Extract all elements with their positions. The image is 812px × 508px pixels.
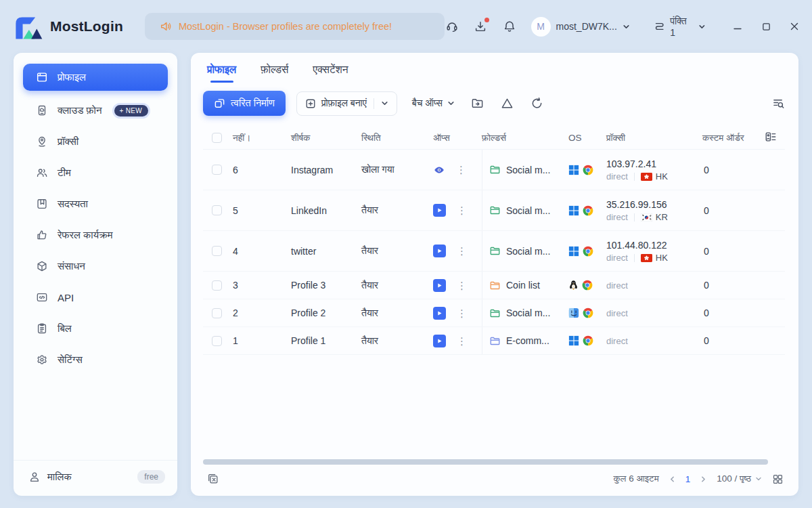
windows-os-icon — [568, 335, 579, 346]
sidebar-item-3[interactable]: टीम — [14, 157, 177, 188]
row-checkbox[interactable] — [212, 246, 222, 256]
proxy-divider — [634, 173, 635, 181]
proxy-type: direct — [606, 308, 628, 318]
plan-badge: free — [137, 470, 165, 484]
cell-folder[interactable]: Social m... — [482, 190, 568, 230]
sidebar-item-label: बिल — [58, 322, 72, 335]
table-row: 4twitterतैयार⋮Social m...101.44.80.122di… — [203, 231, 785, 272]
quick-create-button[interactable]: त्वरित निर्माण — [203, 91, 286, 116]
search-list-icon[interactable] — [771, 97, 785, 110]
more-options-icon[interactable]: ⋮ — [457, 205, 467, 215]
row-checkbox[interactable] — [212, 280, 222, 291]
column-header: प्रॉक्सी — [606, 133, 702, 144]
chevron-down-icon — [447, 100, 455, 107]
refresh-icon[interactable] — [531, 97, 544, 110]
sidebar-item-4[interactable]: सदस्यता — [14, 188, 177, 219]
announcement-banner[interactable]: MostLogin - Browser profiles are complet… — [145, 13, 445, 40]
cell-proxy: 35.216.99.156directKR — [606, 198, 702, 223]
more-options-icon[interactable]: ⋮ — [457, 246, 467, 256]
chevron-down-icon — [623, 23, 630, 30]
select-all-checkbox[interactable] — [212, 133, 222, 143]
folder-move-icon[interactable] — [471, 97, 484, 110]
more-options-icon[interactable]: ⋮ — [457, 336, 467, 346]
proxy-ip: 35.216.99.156 — [606, 198, 702, 211]
cell-custom-order: 0 — [702, 246, 765, 257]
chrome-icon — [583, 246, 593, 257]
cell-folder[interactable]: Coin list — [482, 272, 568, 299]
cell-status: तैयार — [361, 335, 433, 347]
cell-custom-order: 0 — [702, 308, 765, 318]
chevron-down-icon[interactable] — [381, 100, 388, 107]
sidebar-item-2[interactable]: प्रॉक्सी — [14, 126, 177, 157]
cell-folder[interactable]: Social m... — [482, 299, 568, 326]
sidebar-item-0[interactable]: प्रोफाइल — [23, 64, 168, 91]
cell-custom-order: 0 — [702, 165, 765, 175]
cell-proxy: direct — [606, 280, 702, 291]
sidebar-item-8[interactable]: बिल — [14, 313, 177, 344]
play-button[interactable] — [433, 204, 446, 217]
support-headset-icon[interactable] — [445, 19, 459, 34]
sidebar-item-9[interactable]: सेटिंग्स — [14, 344, 177, 375]
column-header: ऑप्स — [433, 133, 482, 144]
grid-view-icon[interactable] — [771, 473, 784, 485]
next-page-button[interactable] — [700, 475, 707, 483]
column-settings-cell[interactable] — [765, 131, 785, 144]
proxy-type: direct — [606, 253, 628, 263]
batch-ops-button[interactable]: बैच ऑप्स — [412, 98, 455, 109]
cell-no: 6 — [233, 165, 291, 175]
cell-proxy: direct — [606, 308, 702, 318]
chrome-icon — [583, 335, 593, 346]
download-icon[interactable] — [474, 19, 488, 34]
cell-folder[interactable]: Social m... — [482, 150, 568, 190]
cell-ops: ⋮ — [433, 245, 482, 257]
account-menu[interactable]: M most_DW7K... — [531, 17, 630, 37]
sidebar-footer[interactable]: मालिक free — [14, 460, 177, 488]
cell-folder[interactable]: E-comm... — [482, 327, 568, 354]
delete-triangle-icon[interactable] — [501, 97, 514, 110]
maximize-button[interactable] — [761, 21, 771, 32]
sidebar-item-5[interactable]: रेफरल कार्यक्रम — [14, 219, 177, 251]
sidebar-item-1[interactable]: क्लाउड फ़ोन+ NEW — [14, 95, 177, 126]
minimize-button[interactable] — [732, 21, 743, 32]
table-row: 2Profile 2तैयार⋮Social m...direct0 — [203, 299, 785, 327]
bell-icon[interactable] — [502, 19, 516, 34]
play-button[interactable] — [433, 335, 446, 347]
tab-1[interactable]: फ़ोल्डर्स — [261, 64, 288, 83]
windows-os-icon — [568, 165, 579, 175]
tab-2[interactable]: एक्सटेंशन — [313, 64, 348, 83]
row-checkbox[interactable] — [212, 165, 222, 175]
play-button[interactable] — [433, 307, 446, 320]
row-checkbox[interactable] — [212, 205, 222, 215]
chevron-down-icon — [755, 475, 762, 482]
cell-folder[interactable]: Social m... — [482, 231, 568, 271]
per-page-selector[interactable]: 100 / पृष्ठ — [717, 473, 762, 484]
sidebar-item-6[interactable]: संसाधन — [14, 251, 177, 282]
close-button[interactable] — [789, 21, 800, 32]
eye-icon[interactable] — [433, 164, 445, 176]
more-options-icon[interactable]: ⋮ — [457, 280, 467, 291]
row-checkbox[interactable] — [212, 308, 222, 318]
more-options-icon[interactable]: ⋮ — [456, 165, 466, 175]
prev-page-button[interactable] — [669, 475, 676, 483]
row-layout-selector[interactable]: पंक्ति 1 — [654, 16, 706, 38]
avatar: M — [531, 17, 551, 37]
cell-status: तैयार — [361, 280, 433, 291]
scrollbar-thumb[interactable] — [203, 459, 768, 465]
main-panel: प्रोफाइलफ़ोल्डर्सएक्सटेंशन त्वरित निर्मा… — [191, 53, 798, 496]
table-body: 6Instagramखोला गया⋮Social m...103.97.2.4… — [203, 150, 785, 355]
proxy-type: direct — [606, 280, 628, 291]
close-all-windows-icon[interactable] — [207, 473, 219, 485]
play-button[interactable] — [433, 245, 446, 257]
tab-0[interactable]: प्रोफाइल — [207, 64, 236, 83]
play-button[interactable] — [433, 279, 446, 292]
row-checkbox[interactable] — [212, 336, 222, 346]
flag-kr-icon — [641, 213, 652, 221]
folder-icon — [489, 308, 501, 318]
proxy-pin-icon — [35, 135, 49, 148]
cell-title: Profile 1 — [291, 335, 361, 346]
page-number[interactable]: 1 — [685, 474, 691, 484]
create-profile-button[interactable]: प्रोफ़ाइल बनाएं — [296, 91, 397, 116]
cell-os — [568, 205, 606, 216]
sidebar-item-api[interactable]: API — [14, 282, 177, 313]
more-options-icon[interactable]: ⋮ — [457, 308, 467, 318]
